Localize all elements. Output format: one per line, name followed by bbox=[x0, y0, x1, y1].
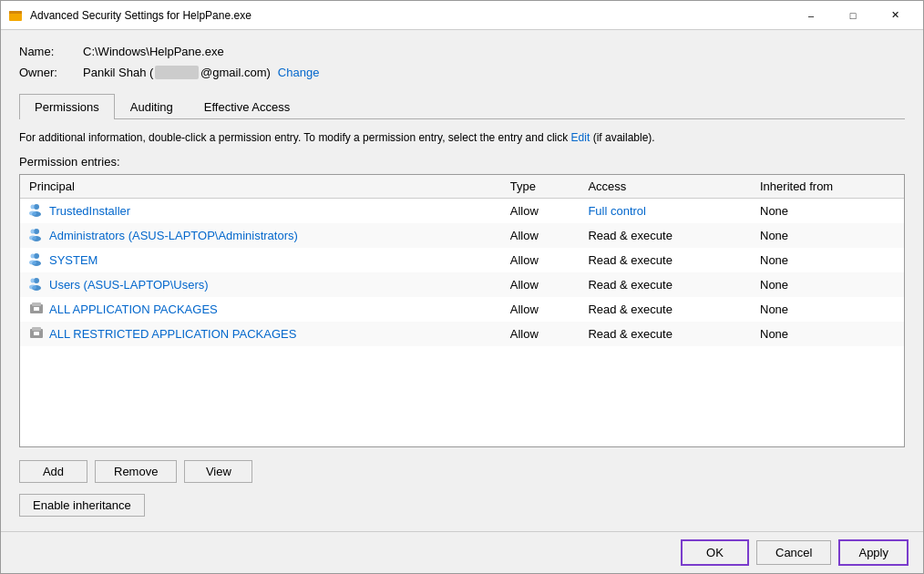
cell-principal: ALL APPLICATION PACKAGES bbox=[20, 297, 501, 322]
svg-point-14 bbox=[29, 260, 36, 264]
main-window: Advanced Security Settings for HelpPane.… bbox=[0, 0, 924, 574]
user-icon bbox=[29, 202, 44, 220]
name-value: C:\Windows\HelpPane.exe bbox=[83, 45, 224, 58]
owner-name: Pankil Shah ( bbox=[83, 66, 153, 79]
cell-type: Allow bbox=[501, 297, 580, 322]
cell-type: Allow bbox=[501, 198, 580, 223]
cell-inherited-from: None bbox=[751, 272, 904, 297]
table-row[interactable]: ALL APPLICATION PACKAGESAllowRead & exec… bbox=[20, 297, 904, 322]
cell-type: Allow bbox=[501, 223, 580, 248]
owner-label: Owner: bbox=[19, 66, 83, 79]
tab-effective-access[interactable]: Effective Access bbox=[189, 94, 305, 119]
cell-type: Allow bbox=[501, 322, 580, 346]
cell-inherited-from: None bbox=[751, 248, 904, 272]
user-icon bbox=[29, 227, 44, 244]
change-link[interactable]: Change bbox=[278, 66, 320, 79]
svg-point-10 bbox=[29, 235, 36, 240]
tab-permissions[interactable]: Permissions bbox=[19, 94, 115, 119]
table-header-row: Principal Type Access Inherited from bbox=[20, 175, 904, 199]
close-button[interactable]: ✕ bbox=[874, 1, 916, 30]
owner-email-domain: @gmail.com) bbox=[200, 66, 271, 79]
col-inherited-from: Inherited from bbox=[751, 175, 904, 199]
permission-entries-label: Permission entries: bbox=[19, 155, 905, 169]
cell-inherited-from: None bbox=[751, 198, 904, 223]
cancel-button[interactable]: Cancel bbox=[756, 540, 831, 565]
cell-access: Read & execute bbox=[579, 272, 751, 297]
remove-button[interactable]: Remove bbox=[95, 460, 177, 483]
title-bar: Advanced Security Settings for HelpPane.… bbox=[1, 1, 923, 30]
svg-rect-24 bbox=[34, 332, 39, 335]
cell-principal: ALL RESTRICTED APPLICATION PACKAGES bbox=[20, 322, 501, 346]
window-title: Advanced Security Settings for HelpPane.… bbox=[30, 9, 790, 22]
cell-type: Allow bbox=[501, 248, 580, 272]
package-icon bbox=[29, 301, 44, 318]
col-access: Access bbox=[579, 175, 751, 199]
cell-access: Read & execute bbox=[579, 297, 751, 322]
svg-point-5 bbox=[31, 204, 36, 209]
owner-email-hidden bbox=[155, 66, 199, 79]
table-row[interactable]: SYSTEMAllowRead & executeNone bbox=[20, 248, 904, 272]
col-type: Type bbox=[501, 175, 580, 199]
svg-point-6 bbox=[29, 210, 36, 215]
tab-bar: Permissions Auditing Effective Access bbox=[19, 94, 905, 119]
svg-rect-23 bbox=[32, 327, 41, 331]
view-button[interactable]: View bbox=[184, 460, 252, 483]
svg-point-13 bbox=[31, 253, 36, 258]
maximize-button[interactable]: □ bbox=[832, 1, 874, 30]
svg-point-17 bbox=[31, 278, 36, 282]
svg-point-18 bbox=[29, 284, 36, 289]
table-row[interactable]: TrustedInstallerAllowFull controlNone bbox=[20, 198, 904, 223]
info-text: For additional information, double-click… bbox=[19, 130, 905, 146]
cell-access: Read & execute bbox=[579, 322, 751, 346]
cell-inherited-from: None bbox=[751, 322, 904, 346]
col-principal: Principal bbox=[20, 175, 501, 199]
window-icon bbox=[8, 8, 23, 23]
table-row[interactable]: ALL RESTRICTED APPLICATION PACKAGESAllow… bbox=[20, 322, 904, 346]
enable-inheritance-row: Enable inheritance bbox=[19, 494, 905, 517]
svg-rect-2 bbox=[9, 13, 22, 14]
name-label: Name: bbox=[19, 45, 83, 58]
owner-row: Owner: Pankil Shah ( @gmail.com) Change bbox=[19, 66, 905, 79]
enable-inheritance-button[interactable]: Enable inheritance bbox=[19, 494, 145, 517]
permission-table-container[interactable]: Principal Type Access Inherited from Tru… bbox=[19, 174, 905, 447]
table-row[interactable]: Administrators (ASUS-LAPTOP\Administrato… bbox=[20, 223, 904, 248]
cell-principal: Users (ASUS-LAPTOP\Users) bbox=[20, 272, 501, 297]
minimize-button[interactable]: – bbox=[790, 1, 832, 30]
action-buttons-row: Add Remove View bbox=[19, 460, 905, 483]
window-controls: – □ ✕ bbox=[790, 1, 916, 30]
permission-table: Principal Type Access Inherited from Tru… bbox=[20, 175, 904, 346]
add-button[interactable]: Add bbox=[19, 460, 87, 483]
cell-access: Read & execute bbox=[579, 223, 751, 248]
table-row[interactable]: Users (ASUS-LAPTOP\Users)AllowRead & exe… bbox=[20, 272, 904, 297]
ok-button[interactable]: OK bbox=[681, 539, 749, 566]
apply-button[interactable]: Apply bbox=[838, 539, 909, 566]
user-icon bbox=[29, 276, 44, 293]
cell-principal: TrustedInstaller bbox=[20, 198, 501, 223]
svg-rect-21 bbox=[34, 307, 39, 311]
cell-access: Read & execute bbox=[579, 248, 751, 272]
tab-auditing[interactable]: Auditing bbox=[115, 94, 189, 119]
cell-inherited-from: None bbox=[751, 297, 904, 322]
cell-principal: SYSTEM bbox=[20, 248, 501, 272]
cell-access: Full control bbox=[579, 198, 751, 223]
user-icon bbox=[29, 251, 44, 269]
svg-point-9 bbox=[31, 229, 36, 233]
cell-inherited-from: None bbox=[751, 223, 904, 248]
name-row: Name: C:\Windows\HelpPane.exe bbox=[19, 45, 905, 58]
cell-principal: Administrators (ASUS-LAPTOP\Administrato… bbox=[20, 223, 501, 248]
dialog-content: Name: C:\Windows\HelpPane.exe Owner: Pan… bbox=[1, 30, 923, 531]
svg-rect-20 bbox=[32, 302, 41, 306]
cell-type: Allow bbox=[501, 272, 580, 297]
bottom-bar: OK Cancel Apply bbox=[1, 531, 923, 573]
package-icon bbox=[29, 325, 44, 343]
